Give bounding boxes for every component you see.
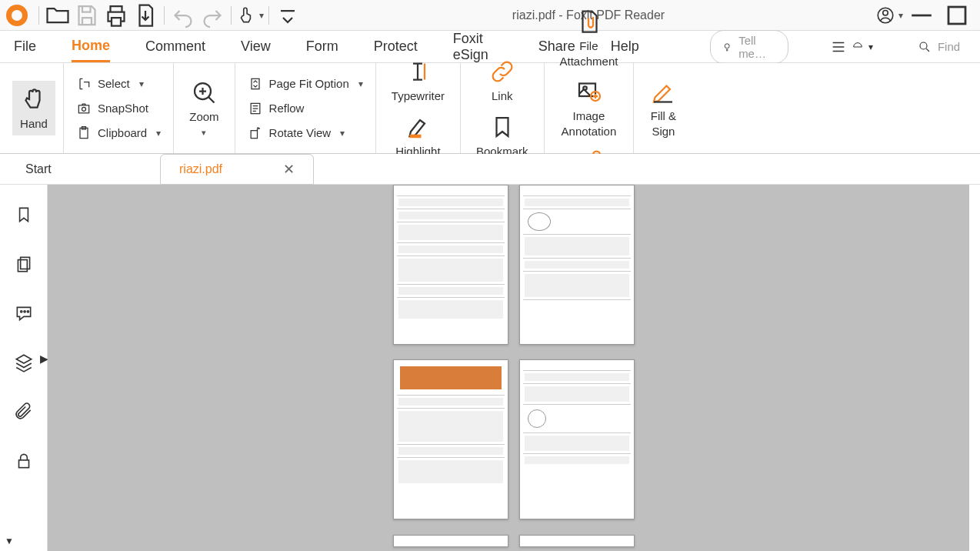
close-tab-icon[interactable]: ✕ <box>283 161 295 178</box>
open-icon[interactable] <box>44 2 72 29</box>
select-label: Select <box>98 77 130 90</box>
fill-sign-button[interactable]: Fill & Sign <box>642 73 685 143</box>
page-thumbnail[interactable] <box>519 185 635 345</box>
fill-sign-icon <box>649 78 677 105</box>
svg-point-22 <box>27 311 28 312</box>
highlight-icon <box>404 113 432 141</box>
typewriter-label: Typewriter <box>392 88 445 104</box>
page-thumbnail[interactable] <box>519 535 635 547</box>
minimize-icon[interactable] <box>905 2 938 29</box>
zoom-label: Zoom <box>189 109 218 125</box>
tab-form[interactable]: Form <box>306 32 338 61</box>
page-thumbnail[interactable] <box>393 185 508 345</box>
security-panel-icon[interactable] <box>12 449 35 473</box>
file-attachment-button[interactable]: File Attachment <box>552 3 626 73</box>
svg-point-1 <box>883 10 888 15</box>
image-annotation-icon <box>575 78 602 105</box>
touch-mode-icon[interactable] <box>236 2 264 29</box>
hand-icon <box>20 85 48 113</box>
fill-sign-label: Fill & Sign <box>651 109 676 139</box>
bookmarks-panel-icon[interactable] <box>12 203 35 226</box>
list-icon <box>830 38 847 55</box>
image-annotation-button[interactable]: Image Annotation <box>554 73 625 143</box>
caret-icon <box>852 41 864 53</box>
svg-rect-2 <box>948 7 965 24</box>
reflow-icon <box>248 101 263 116</box>
doctab-start-label: Start <box>25 162 52 176</box>
svg-rect-23 <box>18 460 28 468</box>
rotate-label: Rotate View <box>269 126 332 139</box>
maximize-icon[interactable] <box>940 2 974 29</box>
pagefit-label: Page Fit Option <box>269 77 349 90</box>
document-tabs: Start riazi.pdf ✕ <box>0 154 980 185</box>
tell-me-search[interactable]: Tell me… <box>710 30 788 64</box>
right-margin <box>969 185 980 551</box>
rotate-icon <box>248 125 263 141</box>
clipboard-button[interactable]: Clipboard <box>72 122 165 144</box>
page-thumbnail[interactable] <box>393 535 508 547</box>
snapshot-icon <box>76 101 92 116</box>
link-button[interactable]: Link <box>481 53 524 109</box>
rotate-button[interactable]: Rotate View <box>243 122 368 144</box>
tab-home[interactable]: Home <box>72 32 110 62</box>
document-canvas[interactable] <box>48 185 980 551</box>
hand-button[interactable]: Hand <box>12 81 55 136</box>
pagefit-button[interactable]: Page Fit Option <box>243 73 368 95</box>
export-icon[interactable] <box>132 2 159 29</box>
sidebar-menu-icon[interactable]: ▼ <box>5 536 14 546</box>
image-annotation-label: Image Annotation <box>562 109 617 139</box>
page-thumbnails <box>393 185 635 551</box>
svg-rect-12 <box>251 130 257 138</box>
typewriter-icon <box>404 58 432 85</box>
find-placeholder: Find <box>938 40 960 53</box>
quick-access-dropdown-icon[interactable] <box>274 2 302 29</box>
clipboard-label: Clipboard <box>98 126 147 139</box>
attachments-panel-icon[interactable] <box>12 400 35 423</box>
app-logo <box>6 5 28 26</box>
svg-rect-13 <box>579 84 595 97</box>
page-thumbnail[interactable] <box>519 359 635 519</box>
svg-point-6 <box>82 107 86 111</box>
doctab-file[interactable]: riazi.pdf ✕ <box>160 154 314 185</box>
bookmark-icon <box>488 113 516 141</box>
svg-point-3 <box>725 43 729 48</box>
zoom-icon <box>190 78 218 106</box>
select-button[interactable]: Select <box>72 73 165 95</box>
page-thumbnail[interactable] <box>393 359 508 519</box>
pagefit-icon <box>248 76 263 92</box>
doctab-file-label: riazi.pdf <box>179 162 222 176</box>
typewriter-button[interactable]: Typewriter <box>384 53 452 109</box>
snapshot-label: SnapShot <box>98 102 148 115</box>
zoom-button[interactable]: Zoom ▾ <box>182 74 226 143</box>
comments-panel-icon[interactable] <box>12 302 35 325</box>
doctab-start[interactable]: Start <box>6 155 160 183</box>
find-box[interactable]: Find <box>915 37 966 57</box>
print-icon[interactable] <box>102 2 130 29</box>
snapshot-button[interactable]: SnapShot <box>72 98 165 119</box>
svg-rect-19 <box>18 260 27 272</box>
workspace: ▶ ▼ <box>0 185 980 551</box>
svg-rect-5 <box>78 105 88 112</box>
undo-icon[interactable] <box>169 2 197 29</box>
svg-point-21 <box>24 311 25 312</box>
clipboard-icon <box>76 125 92 141</box>
appearance-button[interactable]: ▾ <box>830 38 873 55</box>
svg-rect-18 <box>20 257 29 269</box>
redo-icon[interactable] <box>198 2 226 29</box>
link-label: Link <box>492 88 513 104</box>
tab-file[interactable]: File <box>14 32 36 61</box>
tab-comment[interactable]: Comment <box>145 32 205 61</box>
save-icon[interactable] <box>73 2 101 29</box>
user-account-icon[interactable] <box>875 2 903 29</box>
pages-panel-icon[interactable] <box>12 252 35 276</box>
tab-view[interactable]: View <box>241 32 271 61</box>
tell-me-placeholder: Tell me… <box>738 34 777 60</box>
svg-point-20 <box>20 311 22 312</box>
search-icon <box>918 40 932 54</box>
lightbulb-icon <box>722 40 732 54</box>
ribbon: Hand Select SnapShot Clipboard Zoom ▾ <box>0 63 980 154</box>
reflow-button[interactable]: Reflow <box>243 98 368 119</box>
layers-panel-icon[interactable] <box>12 351 35 374</box>
navigation-sidebar: ▶ ▼ <box>0 185 48 551</box>
file-attachment-label: File Attachment <box>560 38 618 68</box>
